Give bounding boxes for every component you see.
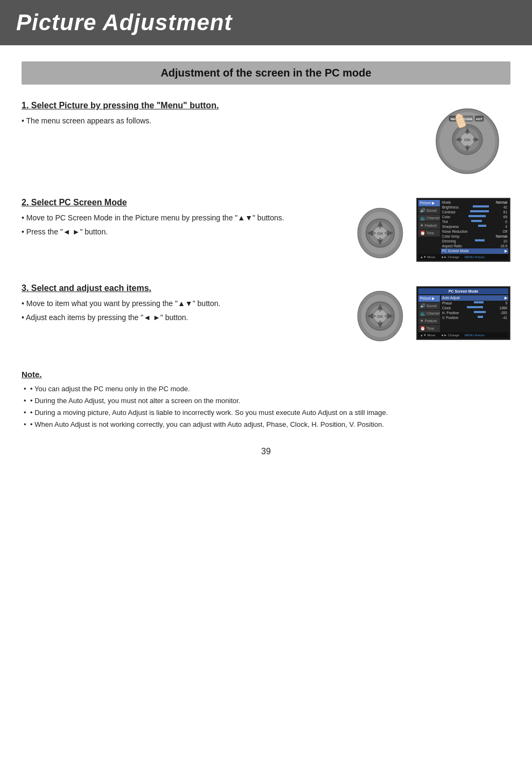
svg-point-35 (384, 232, 386, 233)
title-bar: Picture Adjustment (0, 0, 532, 45)
svg-point-19 (466, 145, 468, 147)
page-number: 39 (0, 431, 532, 467)
note-bullet-2: • During the Auto Adjust, you must not a… (22, 395, 510, 407)
remote-controller-step3: OK (351, 283, 410, 343)
step3-bullet-2: • Adjust each items by pressing the "◄ ►… (22, 311, 340, 323)
step2-bullet-1: • Move to PC Screen Mode in the Picture … (22, 212, 340, 224)
step2-images: OK Picture ▶ 🔊Sound 📺Channel ✦Feature ⏰T… (351, 198, 510, 262)
pc-screen-menu: PC Screen Mode Picture ▶ 🔊Sound 📺Channel… (416, 286, 510, 340)
step3-text: 3. Select and adjust each items. • Move … (22, 283, 340, 326)
picture-menu-screen: Picture ▶ 🔊Sound 📺Channel ✦Feature ⏰Time… (416, 198, 510, 262)
svg-point-49 (384, 315, 386, 317)
page-title: Picture Adjustment (16, 10, 516, 36)
svg-point-17 (473, 138, 475, 141)
svg-text:GUIDE: GUIDE (463, 117, 473, 121)
section-title: Adjustment of the screen in the PC mode (32, 67, 500, 79)
svg-point-51 (379, 321, 381, 322)
step3-heading: 3. Select and adjust each items. (22, 283, 340, 293)
note-title: Note. (22, 370, 510, 379)
note-section: Note. • You can adjust the PC menu only … (22, 364, 510, 431)
page-content: Adjustment of the screen in the PC mode … (0, 61, 532, 431)
svg-point-50 (379, 310, 381, 311)
note-bullet-3: • During a moving picture, Auto Adjust i… (22, 407, 510, 419)
section-header: Adjustment of the screen in the PC mode (22, 61, 510, 85)
svg-point-37 (379, 237, 381, 239)
svg-text:OK: OK (377, 231, 383, 235)
svg-text:EXIT: EXIT (476, 117, 483, 121)
svg-point-48 (374, 315, 375, 317)
note-bullet-1: • You can adjust the PC menu only in the… (22, 383, 510, 395)
note-bullet-4: • When Auto Adjust is not working correc… (22, 419, 510, 431)
remote-controller-step2: OK (351, 200, 410, 260)
svg-point-34 (374, 232, 375, 233)
step1-images: MENU GUIDE EXIT (424, 101, 510, 176)
step1-text: 1. Select Picture by pressing the "Menu"… (22, 101, 414, 129)
step3-images: OK PC Screen Mode Picture ▶ 🔊Sound 📺Chan… (351, 283, 510, 343)
svg-text:OK: OK (377, 314, 383, 319)
svg-text:OK: OK (464, 137, 471, 142)
step3-bullet-1: • Move to item what you want by pressing… (22, 297, 340, 309)
step2-heading: 2. Select PC Screen Mode (22, 198, 340, 207)
step1-heading: 1. Select Picture by pressing the "Menu"… (22, 101, 414, 110)
step2-bullet-2: • Press the "◄ ►" button. (22, 226, 340, 238)
step1-bullet-1: • The menu screen appears as follows. (22, 115, 414, 127)
step1-block: 1. Select Picture by pressing the "Menu"… (22, 101, 510, 176)
svg-point-18 (466, 132, 468, 134)
step2-text: 2. Select PC Screen Mode • Move to PC Sc… (22, 198, 340, 240)
svg-point-16 (460, 138, 462, 141)
step2-block: 2. Select PC Screen Mode • Move to PC Sc… (22, 198, 510, 262)
step3-block: 3. Select and adjust each items. • Move … (22, 283, 510, 343)
svg-point-36 (379, 226, 381, 228)
remote-controller-step1: MENU GUIDE EXIT (424, 101, 510, 176)
